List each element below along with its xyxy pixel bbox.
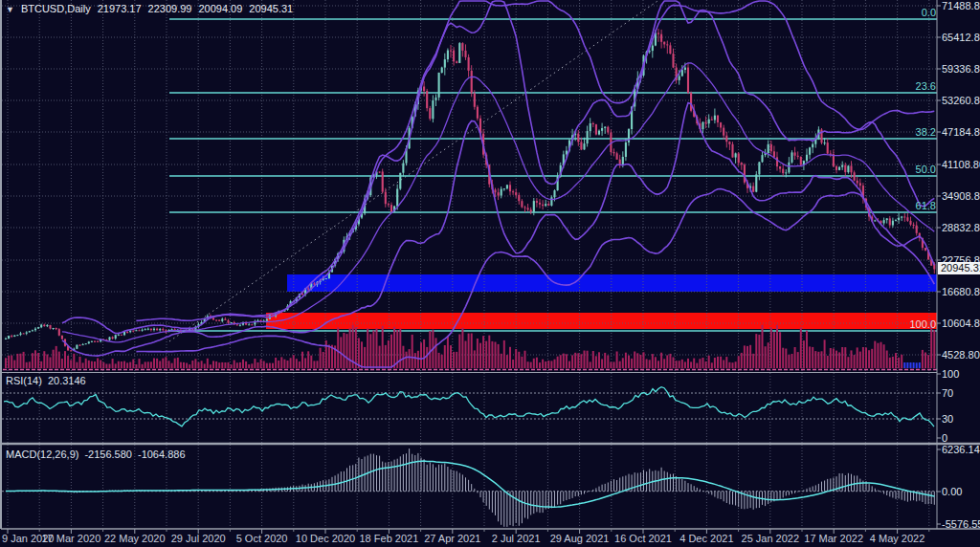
rsi-name: RSI(14) [6,375,42,386]
red-zone-rectangle [266,313,937,329]
symbol-ohlc-bar: ▼BTCUSD,Daily21973.1722309.9920094.09209… [6,3,300,14]
price-axis-label: 47184.80 [942,126,980,138]
rsi-value: 20.3146 [48,375,86,386]
price-axis-label: 65412.80 [942,32,980,43]
trading-chart-window: ▼BTCUSD,Daily21973.1722309.9920094.09209… [0,0,980,547]
price-axis-label: 10604.80 [942,317,980,329]
rsi-scale-label: 70 [942,387,953,399]
macd-name: MACD(12,26,9) [6,449,78,460]
date-axis-label: 4 May 2022 [855,533,941,544]
rsi-scale-label: 100 [942,368,959,380]
fib-level-label: 100.0 [909,318,936,330]
price-axis-label: 28832.80 [942,222,980,233]
ohlc-close: 20945.31 [249,3,293,14]
ohlc-high: 22309.99 [148,3,192,14]
macd-scale-label: 0.00 [942,486,962,497]
support-resistance-bands [266,274,937,329]
price-axis-label: 59336.80 [942,63,980,75]
price-axis-label: 71488.80 [942,0,980,11]
bollinger-bands [62,1,934,367]
fib-level-label: 0.0 [922,7,936,18]
rsi-scale-label: 0 [942,432,947,444]
macd-value-signal: -1064.886 [138,449,186,460]
price-axis-label: 4528.80 [942,349,980,361]
fib-level-label: 38.2 [916,126,936,138]
chart-canvas[interactable] [0,0,980,547]
fib-level-label: 61.8 [916,200,936,211]
macd-scale-label: -5576.553 [942,518,980,530]
rsi-indicator-label: RSI(14)20.3146 [6,375,92,386]
ohlc-low: 20094.09 [198,3,242,14]
symbol-dropdown-icon[interactable]: ▼ [6,5,14,14]
macd-scale-label: 6236.141 [942,444,980,455]
macd-indicator [6,449,934,527]
fib-level-label: 50.0 [916,164,936,175]
price-axis-label: 16680.80 [942,286,980,297]
macd-indicator-label: MACD(12,26,9)-2156.580-1064.886 [6,449,191,460]
current-price-tag: 20945.31 [938,262,980,274]
rsi-scale-label: 30 [942,413,953,425]
price-axis-label: 53260.80 [942,95,980,106]
fib-level-label: 23.6 [916,80,936,92]
price-axis-label: 41108.80 [942,159,980,170]
symbol-name: BTCUSD,Daily [21,3,91,14]
price-axis-label: 34908.80 [942,190,980,202]
macd-value-main: -2156.580 [84,449,132,460]
ohlc-open: 21973.17 [98,3,142,14]
